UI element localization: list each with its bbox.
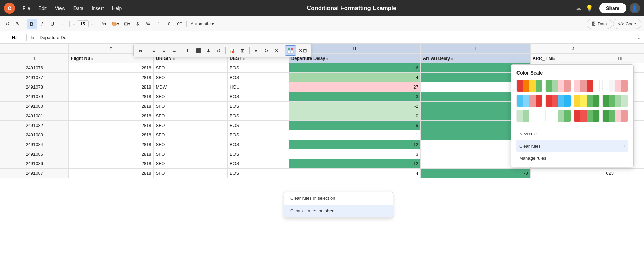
color-swatch-8[interactable]	[516, 110, 542, 122]
col-header-J[interactable]: J	[530, 44, 616, 54]
cell-E[interactable]: 2818	[69, 159, 153, 169]
cell-F[interactable]: SFO	[153, 102, 227, 111]
data-button[interactable]: 🗄 Data	[587, 19, 612, 29]
wrap-text-button[interactable]: ⇔	[136, 45, 145, 56]
number-format-dropdown[interactable]: Automatic ▾	[189, 19, 216, 29]
strikethrough-button[interactable]: -	[58, 19, 67, 29]
cell-H[interactable]: -3	[289, 92, 420, 102]
cell-E[interactable]: 2818	[69, 121, 153, 130]
clear-button[interactable]: ✕	[272, 45, 281, 56]
cell-G[interactable]: BOS	[227, 111, 289, 121]
underline-button[interactable]: U	[48, 19, 57, 29]
cell-H[interactable]: -6	[289, 63, 420, 73]
cell-G[interactable]: BOS	[227, 159, 289, 169]
italic-button[interactable]: I	[37, 19, 47, 29]
cell-F[interactable]: SFO	[153, 92, 227, 102]
bold-button[interactable]: B	[27, 19, 37, 29]
light-bulb-icon[interactable]: 💡	[583, 3, 596, 13]
color-swatch-6[interactable]	[574, 95, 600, 107]
cell-H[interactable]: -2	[289, 102, 420, 111]
menu-insert[interactable]: Insert	[88, 3, 107, 13]
color-swatch-3[interactable]	[602, 80, 628, 92]
share-button[interactable]: Share	[599, 3, 626, 13]
cell-G[interactable]: BOS	[227, 102, 289, 111]
align-left-button[interactable]: ≡	[149, 45, 159, 56]
cell-G[interactable]: BOS	[227, 140, 289, 149]
cell-F[interactable]: SFO	[153, 140, 227, 149]
text-rotation-button[interactable]: ↺	[214, 45, 224, 56]
cell-F[interactable]: SFO	[153, 130, 227, 140]
cell-E[interactable]: 2818	[69, 111, 153, 121]
undo-button[interactable]: ↺	[3, 19, 12, 29]
align-bottom-button[interactable]: ⬇	[204, 45, 213, 56]
cell-F[interactable]: SFO	[153, 159, 227, 169]
clear-all-rules-sheet[interactable]: Clear all rules on sheet	[284, 205, 393, 217]
cell-H[interactable]: 4	[289, 169, 420, 178]
highlight-color-button[interactable]: 🎨▾	[109, 19, 121, 29]
color-swatch-0[interactable]	[516, 80, 542, 92]
cell-F[interactable]: SFO	[153, 121, 227, 130]
more-formatting-button[interactable]: ✕⊞	[297, 45, 309, 56]
cell-G[interactable]: BOS	[227, 92, 289, 102]
menu-help[interactable]: Help	[108, 3, 125, 13]
cell-G[interactable]: BOS	[227, 169, 289, 178]
cell-G[interactable]: BOS	[227, 73, 289, 82]
sort-button[interactable]: ↻	[261, 45, 271, 56]
menu-file[interactable]: File	[19, 3, 34, 13]
cell-G[interactable]: BOS	[227, 121, 289, 130]
align-middle-button[interactable]: ⬛	[193, 45, 203, 56]
cell-G[interactable]: BOS	[227, 63, 289, 73]
percent-button[interactable]: %	[143, 19, 153, 29]
cell-E[interactable]: 2818	[69, 63, 153, 73]
cell-F[interactable]: SFO	[153, 149, 227, 159]
menu-edit[interactable]: Edit	[35, 3, 50, 13]
align-center-button[interactable]: ≡	[159, 45, 169, 56]
color-swatch-1[interactable]	[545, 80, 571, 92]
color-swatch-2[interactable]	[574, 80, 600, 92]
cell-E[interactable]: 2818	[69, 73, 153, 82]
cell-G[interactable]: HOU	[227, 82, 289, 92]
color-swatch-9[interactable]	[545, 110, 571, 122]
new-rule-item[interactable]: New rule	[516, 128, 628, 140]
avatar[interactable]: 👤	[630, 3, 640, 13]
increase-decimal-button[interactable]: .00	[174, 19, 184, 29]
cell-F[interactable]: SFO	[153, 73, 227, 82]
decrease-decimal-button[interactable]: .0	[164, 19, 173, 29]
color-swatch-11[interactable]	[602, 110, 628, 122]
color-swatch-7[interactable]	[602, 95, 628, 107]
cell-F[interactable]: MDW	[153, 82, 227, 92]
cell-H[interactable]: 3	[289, 149, 420, 159]
font-size-decrease[interactable]: -	[72, 21, 76, 27]
text-color-button[interactable]: A▾	[99, 19, 109, 29]
cell-reference[interactable]	[3, 34, 27, 41]
cell-H[interactable]: -4	[289, 73, 420, 82]
color-swatch-4[interactable]	[516, 95, 542, 107]
conditional-format-button[interactable]	[285, 45, 296, 56]
font-size-increase[interactable]: +	[89, 21, 95, 27]
cell-E[interactable]: 2818	[69, 92, 153, 102]
cell-F[interactable]: SFO	[153, 169, 227, 178]
cell-E[interactable]: 2818	[69, 169, 153, 178]
formula-input[interactable]	[39, 34, 635, 41]
redo-button[interactable]: ↻	[13, 19, 23, 29]
borders-button[interactable]: ⊞▾	[122, 19, 132, 29]
expand-formula-icon[interactable]: ⌄	[637, 34, 641, 41]
col-header-I[interactable]: I	[420, 44, 530, 54]
color-swatch-10[interactable]	[574, 110, 600, 122]
font-size-display[interactable]: 15	[77, 20, 89, 27]
cell-J[interactable]: 623	[530, 169, 616, 178]
currency-button[interactable]: $	[133, 19, 143, 29]
cell-H[interactable]: 1	[289, 130, 420, 140]
cell-G[interactable]: BOS	[227, 149, 289, 159]
menu-data[interactable]: Data	[70, 3, 87, 13]
col-header-extra[interactable]: ...	[616, 44, 644, 54]
cell-E[interactable]: 2818	[69, 130, 153, 140]
align-right-button[interactable]: ≡	[170, 45, 179, 56]
cell-E[interactable]: 2818	[69, 82, 153, 92]
cell-E[interactable]: 2818	[69, 140, 153, 149]
chart-button[interactable]: 📊	[227, 45, 237, 56]
cell-F[interactable]: SFO	[153, 63, 227, 73]
color-swatch-5[interactable]	[545, 95, 571, 107]
cell-H[interactable]: -12	[289, 140, 420, 149]
comma-button[interactable]: '	[153, 19, 163, 29]
